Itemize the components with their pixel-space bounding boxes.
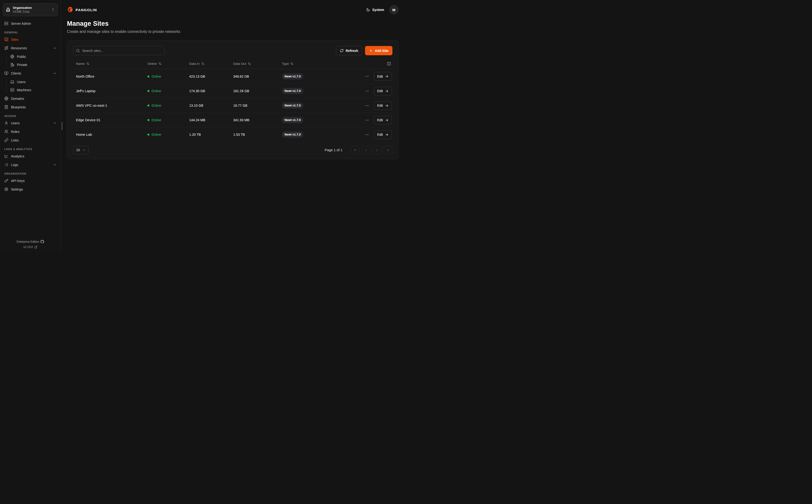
sidebar-item-api-keys[interactable]: API Keys [3,177,58,184]
site-data-out: 18.77 GB [233,104,282,107]
refresh-button[interactable]: Refresh [336,46,362,55]
sidebar-item-label: Analytics [11,154,56,158]
arrow-right-icon [385,118,389,122]
github-icon[interactable] [41,240,44,243]
online-dot [147,105,149,106]
row-menu-button[interactable] [364,103,370,109]
row-menu-button[interactable] [364,73,370,79]
row-menu-button[interactable] [364,88,370,94]
edit-button[interactable]: Edit [374,87,392,96]
column-header-data-out[interactable]: Data Out [233,62,282,66]
chart-line-icon [4,154,8,158]
sort-icon [86,62,89,65]
globe-lock-icon [10,63,14,67]
arrow-right-icon [385,89,389,93]
sidebar-item-label: API Keys [11,179,56,183]
sidebar-item-label: Public [17,55,56,59]
sidebar-item-domains[interactable]: Domains [3,95,58,102]
sidebar-item-label: Machines [17,88,56,92]
avatar-initial: M [392,8,396,12]
edit-button[interactable]: Edit [374,116,392,125]
section-access: ACCESS [4,115,56,117]
user-icon [4,121,8,125]
site-data-in: 423.13 GB [189,75,233,78]
external-link-icon[interactable] [34,246,37,249]
search-input[interactable] [73,46,165,55]
column-settings-button[interactable] [336,62,392,66]
site-name: Jeff's Laptop [73,89,147,93]
sidebar-item-analytics[interactable]: Analytics [3,153,58,160]
column-label: Name [76,62,85,66]
page-title: Manage Sites [67,20,398,27]
sidebar-item-users[interactable]: Users [3,120,58,127]
sidebar-item-machines[interactable]: Machines [9,86,58,94]
org-selector[interactable]: Organization ACME Corp. [3,3,58,16]
site-name: AWS VPC us-east-1 [73,104,147,107]
add-site-button[interactable]: Add Site [365,46,392,55]
site-data-in: 174.30 GB [189,89,233,93]
edit-button[interactable]: Edit [374,101,392,110]
sidebar-item-private[interactable]: Private [9,61,58,68]
columns-icon [387,62,391,66]
sidebar-item-label: Resources [11,46,51,50]
site-data-in: 144.24 MB [189,118,233,122]
page-size-select[interactable]: 20 [73,146,89,154]
page-label: Page 1 of 1 [325,148,342,152]
pagination: 20 Page 1 of 1 [73,146,392,155]
page-size-value: 20 [76,148,80,152]
globe-icon [4,96,8,101]
sidebar-item-resources[interactable]: Resources [3,45,58,52]
version-label: v1.13.0 [23,245,33,249]
sidebar-item-server-admin[interactable]: Server Admin [3,20,58,27]
key-icon [4,179,8,183]
site-data-out: 349.62 DB [233,75,282,78]
avatar[interactable]: M [389,5,398,14]
site-data-in: 13.10 GB [189,104,233,107]
sidebar-item-sites[interactable]: Sites [3,36,58,43]
column-header-data-in[interactable]: Data In [189,62,233,66]
link-icon [4,138,8,142]
column-label: Data Out [233,62,246,66]
org-label: Organization [13,6,32,10]
refresh-icon [340,49,344,52]
brand[interactable]: PANGOLIN [67,7,97,13]
pangolin-logo-icon [67,7,73,13]
sidebar-item-logs[interactable]: Logs [3,161,58,168]
sidebar-item-client-users[interactable]: Users [9,78,58,86]
search-wrap [73,46,165,55]
first-page-button[interactable] [351,146,360,155]
sites-icon [4,37,8,41]
sites-card: Refresh Add Site Name Online [67,40,399,159]
row-menu-button[interactable] [364,117,370,123]
online-dot [147,76,149,77]
sidebar-item-settings[interactable]: Settings [3,186,58,193]
prev-page-button[interactable] [362,146,370,155]
column-label: Online [147,62,157,66]
theme-toggle[interactable]: System [366,8,384,12]
sidebar-footer: Enterprise Edition v1.13.0 [3,238,58,249]
site-data-out: 1.53 TB [233,133,282,136]
arrow-right-icon [385,75,389,78]
column-header-name[interactable]: Name [73,62,147,66]
sidebar-item-label: Users [11,121,51,125]
edit-button[interactable]: Edit [374,72,392,81]
sidebar-item-public[interactable]: Public [9,53,58,60]
column-header-type[interactable]: Type [282,62,336,66]
column-header-online[interactable]: Online [147,62,189,66]
row-menu-button[interactable] [364,132,370,138]
sidebar-nav: Server Admin GENERAL Sites Resources P [3,20,58,194]
sidebar-item-clients[interactable]: Clients [3,70,58,77]
type-badge: Newt v1.7.0 [282,102,303,109]
chevron-down-icon [53,163,56,166]
site-type: Newt v1.7.0 [282,117,336,123]
last-page-button[interactable] [384,146,392,155]
server-icon [10,88,14,92]
next-page-button[interactable] [373,146,381,155]
sort-icon [201,62,204,65]
arrow-right-icon [385,133,389,136]
edit-button[interactable]: Edit [374,130,392,139]
type-badge: Newt v1.7.0 [282,131,303,138]
sidebar-item-blueprints[interactable]: Blueprints [3,104,58,111]
sidebar-item-links[interactable]: Links [3,137,58,144]
sidebar-item-roles[interactable]: Roles [3,128,58,135]
